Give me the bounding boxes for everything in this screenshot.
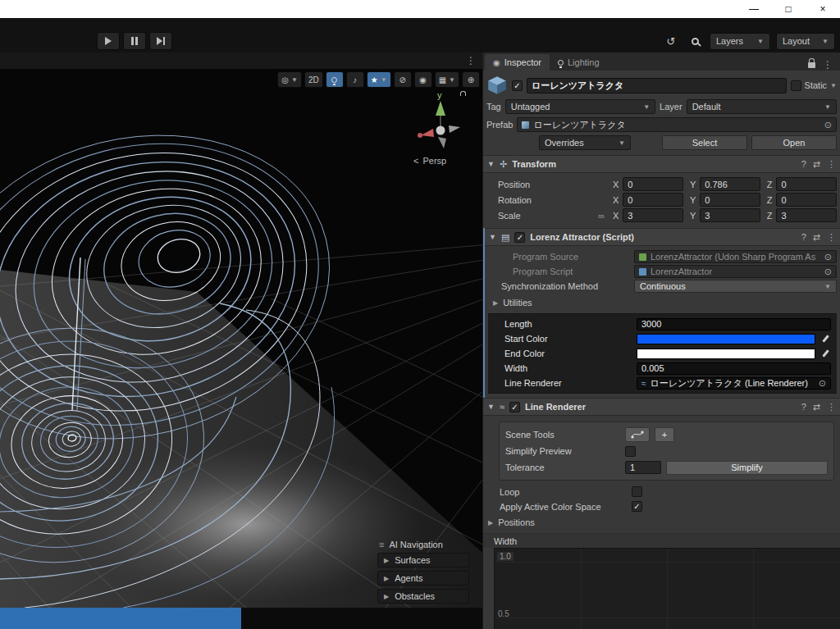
eyedropper-button[interactable] xyxy=(819,333,831,345)
tab-lighting[interactable]: Lighting xyxy=(550,54,608,71)
kebab-menu-icon[interactable]: ⋮ xyxy=(823,59,833,71)
maximize-button[interactable]: □ xyxy=(771,0,806,18)
foldout-icon[interactable]: ▼ xyxy=(489,233,496,241)
eyedropper-button[interactable] xyxy=(819,348,831,360)
step-button[interactable] xyxy=(149,32,172,50)
start-color-swatch[interactable] xyxy=(637,334,815,344)
layer-dropdown[interactable]: Default▼ xyxy=(687,99,837,114)
2d-toggle-button[interactable]: 2D xyxy=(304,71,323,88)
object-picker-icon[interactable]: ⊙ xyxy=(824,267,832,277)
add-point-tool-button[interactable]: + xyxy=(655,427,674,442)
perspective-toggle[interactable]: <Persp xyxy=(413,156,446,166)
draw-mode-dropdown[interactable]: ◎▼ xyxy=(277,71,302,88)
orientation-gizmo[interactable]: y xyxy=(405,89,476,159)
end-color-swatch[interactable] xyxy=(637,349,815,359)
kebab-menu-icon[interactable]: ⋮ xyxy=(827,159,836,170)
inspector-tab-tools: ⋮ xyxy=(801,59,840,71)
position-x-field[interactable]: 0 xyxy=(623,177,683,191)
kebab-menu-icon[interactable]: ⋮ xyxy=(827,402,836,412)
color-space-checkbox[interactable]: ✓ xyxy=(632,501,642,512)
kebab-menu-icon[interactable]: ⋮ xyxy=(827,232,836,243)
scene-menu-kebab-icon[interactable]: ⋮ xyxy=(466,55,476,66)
positions-foldout[interactable]: ▶ Positions xyxy=(483,515,840,530)
ai-nav-surfaces-item[interactable]: ▶Surfaces xyxy=(377,553,469,567)
scene-audio-toggle[interactable]: ♪ xyxy=(346,71,364,88)
help-icon[interactable]: ? xyxy=(801,232,806,243)
simplify-preview-checkbox[interactable] xyxy=(625,446,636,457)
preset-icon[interactable]: ⇄ xyxy=(813,232,820,243)
tolerance-field[interactable]: 1 xyxy=(625,461,661,474)
shading-mode-icon: ◎ xyxy=(281,75,289,84)
utilities-foldout[interactable]: ▶ Utilities xyxy=(488,295,837,310)
preset-icon[interactable]: ⇄ xyxy=(813,159,820,170)
scene-lighting-toggle[interactable] xyxy=(326,71,344,88)
position-y-field[interactable]: 0.786 xyxy=(700,177,760,191)
close-button[interactable]: × xyxy=(806,0,840,18)
foldout-icon[interactable]: ▼ xyxy=(487,160,495,168)
static-dropdown[interactable]: Static ▼ xyxy=(791,80,837,91)
gizmo-z-cone xyxy=(449,125,460,133)
scale-z-field[interactable]: 3 xyxy=(776,208,837,222)
static-checkbox[interactable] xyxy=(791,80,801,91)
hidden-objects-toggle[interactable]: ⊘ xyxy=(394,71,412,88)
sync-method-dropdown[interactable]: Continuous▼ xyxy=(634,280,837,293)
width-curve-header[interactable]: Width xyxy=(483,533,840,548)
edit-points-tool-button[interactable] xyxy=(625,427,650,442)
position-z-field[interactable]: 0 xyxy=(776,177,837,191)
foldout-icon[interactable]: ▼ xyxy=(487,403,495,411)
link-scale-icon[interactable]: ∞ xyxy=(598,211,605,221)
scene-camera-settings-button[interactable]: ◉ xyxy=(414,71,432,88)
prefab-cube-icon[interactable] xyxy=(486,75,508,96)
width-curve-editor[interactable]: 1.0 0.5 xyxy=(494,548,840,629)
object-picker-icon[interactable]: ⊙ xyxy=(824,120,832,130)
loop-checkbox[interactable] xyxy=(632,486,642,497)
ai-navigation-header[interactable]: ≡ AI Navigation xyxy=(377,540,469,549)
width-field[interactable]: 0.005 xyxy=(637,362,831,375)
help-icon[interactable]: ? xyxy=(801,402,806,412)
transform-header[interactable]: ▼ ✢ Transform ?⇄⋮ xyxy=(483,155,840,173)
select-button[interactable]: Select xyxy=(662,135,747,150)
line-renderer-enabled-checkbox[interactable]: ✓ xyxy=(509,402,520,412)
grid-settings-dropdown[interactable]: ▦▼ xyxy=(435,71,459,88)
search-button[interactable] xyxy=(686,32,704,50)
script-header[interactable]: ▼ ▤ ✓ Lorenz Attractor (Script) ?⇄⋮ xyxy=(485,228,840,246)
pause-button[interactable] xyxy=(123,32,146,50)
active-checkbox[interactable]: ✓ xyxy=(512,80,523,91)
lock-icon[interactable] xyxy=(808,62,815,68)
line-renderer-label: Line Renderer xyxy=(504,378,632,388)
gameobject-name-input[interactable] xyxy=(527,78,787,93)
rotation-y-field[interactable]: 0 xyxy=(700,193,760,207)
prefab-object-field[interactable]: ローレンツアトラクタ ⊙ xyxy=(517,117,837,132)
program-source-field[interactable]: LorenzAttractor (Udon Sharp Program As ⊙ xyxy=(634,250,837,263)
line-renderer-object-field[interactable]: ≈ ローレンツアトラクタ (Line Renderer) ⊙ xyxy=(637,377,831,390)
program-script-field[interactable]: LorenzAttractor ⊙ xyxy=(634,265,837,278)
rotation-x-field[interactable]: 0 xyxy=(623,193,683,207)
object-picker-icon[interactable]: ⊙ xyxy=(824,252,832,262)
undo-history-button[interactable]: ↺ xyxy=(662,32,680,50)
ai-nav-obstacles-item[interactable]: ▶Obstacles xyxy=(377,589,469,604)
rotation-z-field[interactable]: 0 xyxy=(776,193,837,207)
open-label: Open xyxy=(783,138,806,148)
tab-inspector[interactable]: ◉Inspector xyxy=(485,54,550,71)
tag-dropdown[interactable]: Untagged▼ xyxy=(505,99,655,114)
help-icon[interactable]: ? xyxy=(801,159,806,170)
ai-nav-agents-item[interactable]: ▶Agents xyxy=(377,571,469,586)
gizmos-dropdown[interactable]: ⊕ xyxy=(462,71,480,88)
open-button[interactable]: Open xyxy=(751,135,837,150)
object-picker-icon[interactable]: ⊙ xyxy=(819,378,826,389)
scene-view[interactable]: ⋮ ◎▼ 2D ♪ ★▼ ⊘ ◉ ▦▼ ⊕ y xyxy=(0,52,482,608)
scale-y-field[interactable]: 3 xyxy=(700,208,760,222)
minimize-button[interactable]: — xyxy=(737,0,771,18)
overrides-dropdown[interactable]: Overrides▼ xyxy=(539,135,631,150)
layout-dropdown[interactable]: Layout▼ xyxy=(776,33,835,50)
scale-x-field[interactable]: 3 xyxy=(623,208,683,222)
scene-effects-dropdown[interactable]: ★▼ xyxy=(367,71,391,88)
script-enabled-checkbox[interactable]: ✓ xyxy=(514,232,525,243)
layers-dropdown[interactable]: Layers▼ xyxy=(710,33,770,50)
simplify-button[interactable]: Simplify xyxy=(666,461,828,475)
play-button[interactable] xyxy=(97,32,120,50)
line-renderer-header[interactable]: ▼ ≈ ✓ Line Renderer ?⇄⋮ xyxy=(483,398,840,416)
program-asset-icon xyxy=(639,253,646,261)
length-field[interactable]: 3000 xyxy=(637,318,831,330)
preset-icon[interactable]: ⇄ xyxy=(813,402,820,412)
